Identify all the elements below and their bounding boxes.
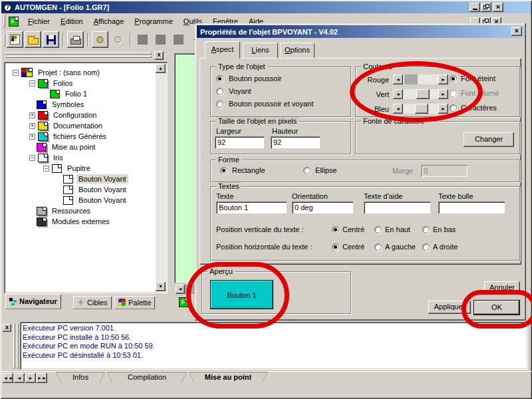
tab-infos[interactable]: Infos [56,372,105,383]
tab-aspect[interactable]: Aspect [205,41,240,59]
menu-fichier[interactable]: Fichier [23,15,55,27]
tab-options[interactable]: Options [280,43,315,58]
orientation-input[interactable] [292,201,353,213]
toolbar-separator [130,33,131,47]
tree-item-configuration[interactable]: + Configuration [29,110,98,120]
texte-input[interactable] [216,201,287,213]
prev-tab-button[interactable]: ◄ [14,373,25,383]
rouge-slider-right-button[interactable]: ► [438,74,448,84]
close-button[interactable]: × [493,3,503,12]
tree-item-pupitre[interactable]: − Pupitre [43,163,92,174]
tree-item-projet[interactable]: − Projet : (sans nom) [13,67,102,78]
vert-slider-thumb[interactable] [416,89,430,99]
last-tab-button[interactable]: ►► [37,373,47,383]
toolbar-gripper[interactable] [3,34,5,46]
open-button[interactable] [25,31,41,48]
vert-slider-left-button[interactable]: ◄ [393,89,403,99]
new-document-button[interactable] [7,31,23,48]
bleu-slider-track[interactable] [403,104,438,114]
tree-item-iris[interactable]: − Iris [29,152,65,163]
largeur-input[interactable] [215,136,264,148]
tree-item-documentation[interactable]: + Documentation [29,120,104,131]
log-gripper[interactable] [17,323,19,368]
menubar-gripper[interactable] [3,15,5,27]
navigator-gripper[interactable] [5,56,152,58]
tree-item-folios[interactable]: − Folios [29,78,74,88]
bleu-slider-left-button[interactable]: ◄ [393,104,403,114]
scroll-up-button[interactable]: ▲ [156,64,166,73]
tree-item-mise-au-point[interactable]: Mise au point [37,142,97,152]
pupitre-icon [52,164,62,173]
expand-icon[interactable]: + [29,134,35,140]
restore-button[interactable] [481,3,491,12]
texte-aide-input[interactable] [364,201,430,213]
log-gripper[interactable] [13,323,15,368]
radio-icon [374,243,382,251]
ok-button[interactable]: OK [473,300,520,315]
navigator-close-button[interactable]: x [154,51,164,60]
vert-slider-track[interactable] [403,89,438,99]
vert-slider-right-button[interactable]: ► [438,89,448,99]
annuler-button[interactable]: Annuler [484,281,520,295]
tree-item-folio-1[interactable]: Folio 1 [50,88,89,99]
tab-navigateur[interactable]: Navigateur [5,294,61,309]
menu-affichage[interactable]: Affichage [88,15,130,27]
minimized-folio-icon[interactable]: F [179,297,189,307]
rouge-slider-track[interactable] [403,74,438,84]
tree-item-bouton-voyant-3[interactable]: Bouton Voyant [63,195,128,205]
hauteur-input[interactable] [271,136,320,148]
tree-scrollbar[interactable]: ▲ ▼ [156,64,166,291]
tab-mise-au-point[interactable]: Mise au point [189,372,267,383]
print-button[interactable] [67,31,84,48]
dialog-close-button[interactable]: × [511,27,522,36]
collapse-icon[interactable]: − [43,166,49,172]
changer-button[interactable]: Changer [464,132,514,147]
tab-compilation[interactable]: Compilation [107,372,187,383]
texte-bulle-input[interactable] [438,201,505,213]
next-tab-button[interactable]: ► [25,373,36,383]
bleu-slider-right-button[interactable]: ► [438,104,448,114]
documentation-icon [38,122,48,130]
aspect-tab-page: Type de l'objet Bouton poussoir Voyant B… [200,58,521,265]
scroll-down-button[interactable]: ▼ [156,282,166,291]
dialog-title: Propriétés de l'objet BPVOYANT - V4.02 [200,28,338,36]
tab-liens[interactable]: Liens [243,43,278,58]
menu-edition[interactable]: Edition [55,15,88,27]
scroll-left-button[interactable]: ◄ [176,285,185,294]
arrow-left-icon: ◄ [396,106,400,111]
bleu-slider-thumb[interactable] [415,104,428,114]
rouge-slider-left-button[interactable]: ◄ [393,74,403,84]
collapse-icon[interactable]: − [29,80,35,86]
texte-aide-label: Texte d'aide [364,192,402,200]
first-tab-button[interactable]: ◄◄ [3,373,13,383]
save-button[interactable] [43,31,59,48]
arrow-left-icon: ◄ [396,77,400,82]
expand-icon[interactable]: + [29,112,35,118]
tree-item-bouton-voyant-2[interactable]: Bouton Voyant [63,184,128,195]
menu-programme[interactable]: Programme [129,15,178,27]
texte-bulle-label: Texte bulle [438,192,473,200]
expand-icon[interactable]: + [29,123,35,129]
tree-item-symboles[interactable]: Symboles [37,99,86,110]
tree-item-bouton-voyant-1[interactable]: Bouton Voyant [63,174,128,184]
appliquer-button[interactable]: Appliquer [428,301,471,314]
log-line: Exécuteur PC désinstallé à 10:53 01. [23,351,155,360]
collapse-icon[interactable]: − [13,70,19,76]
fichiers-generes-icon [38,132,48,141]
tree-item-ressources[interactable]: Ressources [37,205,92,216]
folio-document-icon[interactable]: F [9,17,19,27]
type-objet-group: Type de l'objet Bouton poussoir Voyant B… [210,66,351,117]
group-title: Forme [216,156,241,164]
tree-item-fichiers-generes[interactable]: + fichiers Générés [29,131,108,142]
tab-palette[interactable]: Palette [114,296,155,309]
log-close-button[interactable]: x [3,324,11,332]
navigator-gripper[interactable] [5,53,152,55]
minimize-button[interactable] [469,3,480,12]
tab-cibles[interactable]: Cibles [73,296,112,309]
collapse-icon[interactable]: − [29,155,35,161]
radio-selected-icon [220,167,227,174]
tree-item-modules-externes[interactable]: Modules externes [37,216,112,227]
preview-bouton-1[interactable]: Bouton 1 [210,280,273,309]
compile-button[interactable]: ⚙ [92,31,108,48]
rouge-slider-thumb[interactable] [404,74,418,84]
